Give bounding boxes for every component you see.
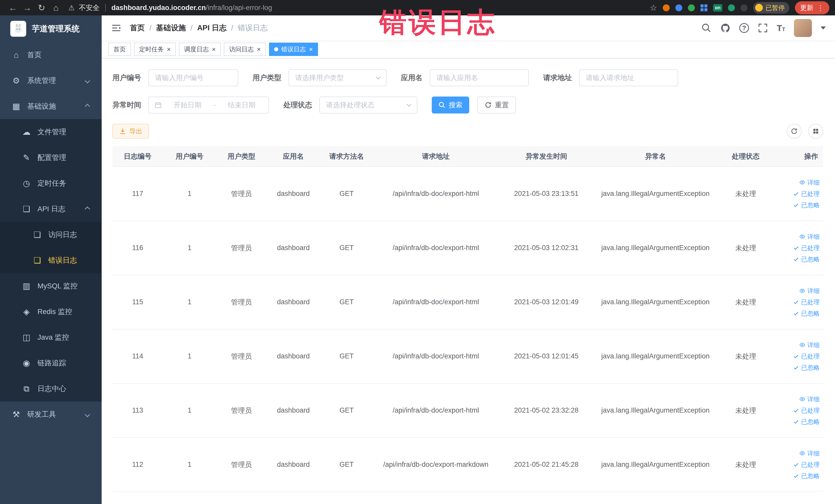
sidebar-item-mysql-monitor[interactable]: ▥ MySQL 监控	[0, 273, 102, 299]
sidebar-item-dev-tools[interactable]: ⚒ 研发工具	[0, 402, 102, 427]
request-url-input[interactable]	[579, 69, 678, 86]
search-icon[interactable]	[701, 23, 712, 33]
extension-icon[interactable]	[675, 4, 682, 11]
start-date-placeholder[interactable]: 开始日期	[166, 100, 209, 109]
extension-icon[interactable]	[663, 4, 670, 11]
action-processed[interactable]: 已处理	[793, 298, 820, 306]
address-bar[interactable]: ⚠ 不安全 dashboard.yudao.iocoder.cn/infra/l…	[68, 3, 650, 12]
database-icon: ▥	[22, 281, 31, 291]
app-name-input[interactable]	[430, 69, 529, 86]
sidebar-item-label: 错误日志	[48, 256, 77, 265]
close-icon[interactable]: ×	[309, 46, 313, 53]
action-ignored[interactable]: 已忽略	[793, 309, 820, 318]
back-icon[interactable]: ←	[6, 3, 20, 13]
sidebar-item-home[interactable]: ⌂ 首页	[0, 42, 102, 68]
sidebar-item-java-monitor[interactable]: ◫ Java 监控	[0, 324, 102, 350]
breadcrumb-item[interactable]: 首页	[130, 23, 145, 33]
extension-grid-icon[interactable]	[700, 4, 708, 11]
tab-schedule-log[interactable]: 调度日志 ×	[179, 43, 221, 56]
action-detail[interactable]: 详细	[799, 341, 820, 349]
reload-icon[interactable]: ↻	[34, 3, 49, 13]
search-button-label: 搜索	[449, 100, 463, 109]
bookmark-star-icon[interactable]: ☆	[650, 3, 657, 13]
action-ignored[interactable]: 已忽略	[793, 255, 820, 263]
action-detail[interactable]: 详细	[799, 287, 820, 295]
action-ignored[interactable]: 已忽略	[793, 472, 820, 480]
tab-label: 错误日志	[281, 45, 306, 54]
sidebar-item-config-manage[interactable]: ✎ 配置管理	[0, 145, 102, 170]
fullscreen-icon[interactable]	[758, 23, 768, 33]
chevron-down-icon[interactable]	[821, 26, 826, 29]
cell-log-id: 116	[113, 244, 163, 252]
search-button[interactable]: 搜索	[432, 97, 469, 114]
sidebar-item-api-log[interactable]: ❏ API 日志	[0, 196, 102, 222]
table-row: 112 1 管理员 dashboard GET /api/infra/db-do…	[113, 438, 823, 492]
tab-home[interactable]: 首页	[108, 43, 131, 56]
action-ignored[interactable]: 已忽略	[793, 201, 820, 209]
export-button[interactable]: 导出	[113, 124, 149, 139]
sidebar-item-infra[interactable]: ▦ 基础设施	[0, 94, 102, 119]
search-icon	[439, 101, 446, 108]
update-button[interactable]: 更新 ⋮	[795, 1, 829, 14]
cell-actions: 详细 已处理 已忽略	[775, 287, 823, 318]
extension-on-badge[interactable]: on	[713, 4, 722, 12]
home-icon[interactable]: ⌂	[49, 3, 63, 13]
tab-scheduled-jobs[interactable]: 定时任务 ×	[134, 43, 176, 56]
action-ignored[interactable]: 已忽略	[793, 364, 820, 372]
action-ignored[interactable]: 已忽略	[793, 418, 820, 426]
avatar[interactable]	[794, 19, 812, 37]
column-header: 异常名	[594, 152, 716, 161]
reset-button[interactable]: 重置	[477, 97, 516, 114]
tab-error-log[interactable]: 错误日志 ×	[269, 43, 318, 56]
font-size-icon[interactable]: TT	[777, 23, 785, 33]
extension-icon[interactable]	[688, 4, 695, 11]
end-date-placeholder[interactable]: 结束日期	[221, 100, 263, 109]
chevron-down-icon	[85, 411, 90, 417]
user-type-select[interactable]: 请选择用户类型	[288, 69, 387, 86]
cell-status: 未处理	[717, 460, 775, 469]
paused-badge[interactable]: 已暂停	[753, 2, 789, 14]
action-processed[interactable]: 已处理	[793, 352, 820, 361]
action-detail[interactable]: 详细	[799, 178, 820, 187]
sidebar-item-access-log[interactable]: ❏ 访问日志	[0, 222, 102, 247]
github-icon[interactable]	[720, 23, 731, 33]
chevron-down-icon	[407, 102, 411, 106]
help-icon[interactable]: ?	[739, 23, 749, 33]
action-label: 已忽略	[801, 309, 820, 318]
sidebar-item-file-manage[interactable]: ☁ 文件管理	[0, 119, 102, 145]
kebab-menu-icon[interactable]: ⋮	[817, 4, 824, 12]
extension-icon[interactable]	[728, 4, 735, 11]
cell-log-id: 115	[113, 298, 163, 306]
tab-access-log[interactable]: 访问日志 ×	[224, 43, 266, 56]
sidebar-toggle-icon[interactable]	[111, 23, 122, 33]
close-icon[interactable]: ×	[167, 46, 171, 53]
sidebar-item-error-log[interactable]: ❏ 错误日志	[0, 247, 102, 273]
action-processed[interactable]: 已处理	[793, 461, 820, 469]
action-processed[interactable]: 已处理	[793, 244, 820, 252]
cell-method: GET	[320, 298, 373, 306]
exception-time-range-picker[interactable]: 开始日期 - 结束日期	[148, 97, 269, 114]
sidebar-item-redis-monitor[interactable]: ◈ Redis 监控	[0, 299, 102, 324]
extensions-puzzle-icon[interactable]	[740, 4, 748, 11]
close-icon[interactable]: ×	[257, 46, 261, 53]
refresh-button[interactable]	[787, 124, 802, 139]
action-detail[interactable]: 详细	[799, 395, 820, 403]
column-settings-button[interactable]	[808, 124, 823, 139]
sidebar-item-log-center[interactable]: ⧉ 日志中心	[0, 376, 102, 402]
breadcrumb-item[interactable]: 基础设施	[156, 23, 186, 33]
app-logo[interactable]: 芋道管理系统	[0, 15, 102, 42]
status-select[interactable]: 请选择处理状态	[319, 97, 418, 114]
sidebar-item-system[interactable]: ⚙ 系统管理	[0, 68, 102, 94]
sidebar-item-scheduled-jobs[interactable]: ◷ 定时任务	[0, 170, 102, 196]
action-detail[interactable]: 详细	[799, 233, 820, 241]
forward-icon[interactable]: →	[20, 3, 34, 13]
close-icon[interactable]: ×	[212, 46, 216, 53]
action-detail[interactable]: 详细	[799, 449, 820, 458]
action-processed[interactable]: 已处理	[793, 406, 820, 415]
action-processed[interactable]: 已处理	[793, 190, 820, 198]
sidebar-item-trace[interactable]: ◉ 链路追踪	[0, 350, 102, 376]
security-chip[interactable]: 不安全	[79, 3, 100, 12]
table-row: 113 1 管理员 dashboard GET /api/infra/db-do…	[113, 384, 823, 438]
breadcrumb-item[interactable]: API 日志	[197, 23, 226, 33]
user-id-input[interactable]	[148, 69, 238, 86]
